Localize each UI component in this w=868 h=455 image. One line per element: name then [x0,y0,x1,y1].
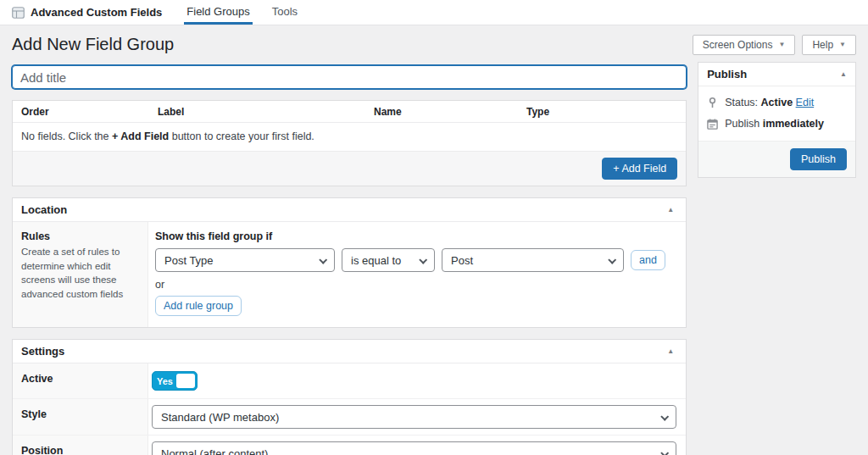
position-label: Position [13,436,148,455]
status-value: Active [761,97,793,108]
fields-footer: + Add Field [13,152,686,186]
collapse-icon[interactable]: ▲ [667,348,674,355]
status-label: Status: [725,97,758,108]
collapse-icon[interactable]: ▲ [667,207,674,214]
chevron-down-icon: ▼ [778,42,785,48]
acf-brand: Advanced Custom Fields [12,0,162,25]
location-title: Location [21,203,67,216]
rule-row: Post Type is equal to Post a [155,248,674,272]
help-label: Help [812,39,833,51]
setting-row-position: Position Normal (after content) [13,436,686,455]
chevron-down-icon [419,255,427,264]
fields-table-header: Order Label Name Type [13,101,686,123]
chevron-down-icon [319,255,327,264]
position-select[interactable]: Normal (after content) [152,441,676,455]
help-button[interactable]: Help ▼ [802,35,856,55]
rule-param-select[interactable]: Post Type [155,248,335,272]
toggle-knob [176,374,195,388]
status-row: Status: Active Edit [707,97,847,108]
page-header: Add New Field Group Screen Options ▼ Hel… [12,30,856,59]
chevron-down-icon [608,255,616,264]
title-input[interactable] [12,65,687,89]
rules-heading: Rules [21,230,139,242]
status-text: Status: Active Edit [725,97,814,108]
tab-field-groups[interactable]: Field Groups [184,0,252,25]
rule-operator-value: is equal to [351,254,401,267]
settings-title: Settings [21,345,64,358]
publish-footer: Publish [698,141,855,177]
publish-button[interactable]: Publish [790,148,847,170]
setting-row-active: Active Yes [13,363,686,399]
fields-panel: Order Label Name Type No fields. Click t… [12,100,687,186]
no-fields-message: No fields. Click the + Add Field button … [13,123,686,152]
style-select-value: Standard (WP metabox) [161,411,279,424]
admin-toolbar: Advanced Custom Fields Field Groups Tool… [0,0,868,25]
schedule-bold: immediately [763,118,824,130]
acf-logo-icon [12,7,25,19]
publish-box: Publish ▲ Status: Active Edit [698,62,856,178]
screen-options-label: Screen Options [703,39,773,51]
location-panel: Location ▲ Rules Create a set of rules t… [12,197,687,328]
position-select-value: Normal (after content) [161,447,268,455]
rule-value-value: Post [451,254,473,267]
pin-icon [707,97,718,108]
schedule-prefix: Publish [725,118,762,130]
column-type: Type [526,106,686,118]
publish-box-title: Publish [707,68,747,80]
column-label: Label [158,106,374,118]
column-order: Order [21,106,158,118]
or-label: or [155,279,674,291]
no-fields-bold: + Add Field [112,130,169,142]
rule-operator-select[interactable]: is equal to [342,248,435,272]
rule-value-select[interactable]: Post [442,248,624,272]
tab-field-groups-label: Field Groups [186,5,249,18]
active-label: Active [13,363,148,398]
toggle-on-label: Yes [153,376,177,386]
style-label: Style [13,399,148,435]
setting-row-style: Style Standard (WP metabox) [13,399,686,436]
rules-description-cell: Rules Create a set of rules to determine… [13,222,148,327]
add-field-button[interactable]: + Add Field [602,158,677,180]
active-toggle[interactable]: Yes [152,371,198,391]
rules-description: Create a set of rules to determine which… [21,245,139,302]
calendar-icon [707,119,718,130]
schedule-row: Publish immediately [707,118,847,130]
condition-label: Show this field group if [155,230,674,242]
collapse-icon[interactable]: ▲ [840,71,847,78]
no-fields-text: No fields. Click the [21,130,112,142]
brand-label: Advanced Custom Fields [31,6,162,19]
column-name: Name [374,106,526,118]
add-rule-group-button[interactable]: Add rule group [155,296,242,316]
and-rule-button[interactable]: and [631,250,665,270]
chevron-down-icon [660,448,669,455]
rule-param-value: Post Type [164,254,214,267]
screen-options-button[interactable]: Screen Options ▼ [693,35,796,55]
tab-tools-label: Tools [272,5,298,18]
chevron-down-icon: ▼ [839,42,846,48]
no-fields-suffix: button to create your first field. [169,130,314,142]
settings-panel: Settings ▲ Active Yes Style [12,339,687,455]
schedule-text: Publish immediately [725,118,824,130]
page-title: Add New Field Group [12,35,174,54]
chevron-down-icon [660,412,669,420]
tab-tools[interactable]: Tools [270,0,300,25]
status-edit-link[interactable]: Edit [796,97,815,108]
style-select[interactable]: Standard (WP metabox) [152,405,676,429]
